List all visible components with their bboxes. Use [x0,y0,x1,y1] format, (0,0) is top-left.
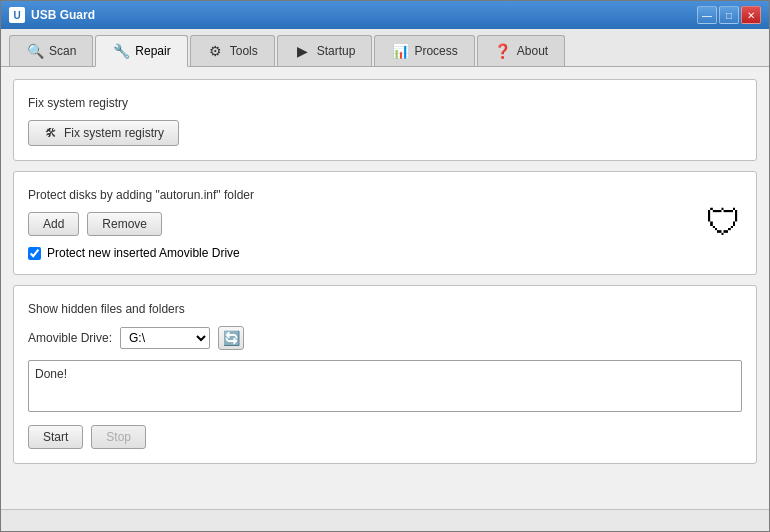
scan-tab-icon: 🔍 [26,42,44,60]
tab-repair[interactable]: 🔧 Repair [95,35,187,67]
tools-tab-label: Tools [230,44,258,58]
scan-tab-label: Scan [49,44,76,58]
main-window: U USB Guard — □ ✕ 🔍 Scan 🔧 Repair ⚙ Tool… [0,0,770,532]
title-bar: U USB Guard — □ ✕ [1,1,769,29]
protect-section-label: Protect disks by adding "autorun.inf" fo… [28,188,742,202]
remove-btn-label: Remove [102,217,147,231]
stop-button[interactable]: Stop [91,425,146,449]
refresh-icon: 🔄 [223,330,240,346]
drive-label: Amovible Drive: [28,331,112,345]
fix-registry-button[interactable]: 🛠 Fix system registry [28,120,179,146]
shield-icon: 🛡 [706,202,742,244]
process-tab-label: Process [414,44,457,58]
fix-registry-btn-label: Fix system registry [64,126,164,140]
registry-btn-icon: 🛠 [43,125,59,141]
window-controls: — □ ✕ [697,6,761,24]
drive-select[interactable]: G:\ C:\ D:\ E:\ F:\ [120,327,210,349]
drive-row: Amovible Drive: G:\ C:\ D:\ E:\ F:\ 🔄 [28,326,742,350]
tab-tools[interactable]: ⚙ Tools [190,35,275,66]
repair-tab-icon: 🔧 [112,42,130,60]
protect-checkbox[interactable] [28,247,41,260]
registry-section: Fix system registry 🛠 Fix system registr… [13,79,757,161]
startup-tab-icon: ▶ [294,42,312,60]
about-tab-icon: ❓ [494,42,512,60]
protect-checkbox-row: Protect new inserted Amovible Drive [28,246,742,260]
startup-tab-label: Startup [317,44,356,58]
process-tab-icon: 📊 [391,42,409,60]
refresh-button[interactable]: 🔄 [218,326,244,350]
add-btn-label: Add [43,217,64,231]
tab-process[interactable]: 📊 Process [374,35,474,66]
close-button[interactable]: ✕ [741,6,761,24]
about-tab-label: About [517,44,548,58]
tab-scan[interactable]: 🔍 Scan [9,35,93,66]
action-btn-row: Start Stop [28,425,742,449]
tab-about[interactable]: ❓ About [477,35,565,66]
main-content: Fix system registry 🛠 Fix system registr… [1,67,769,509]
app-icon: U [9,7,25,23]
title-bar-left: U USB Guard [9,7,95,23]
start-button[interactable]: Start [28,425,83,449]
status-bar [1,509,769,531]
remove-button[interactable]: Remove [87,212,162,236]
repair-tab-label: Repair [135,44,170,58]
protect-checkbox-label: Protect new inserted Amovible Drive [47,246,240,260]
tools-tab-icon: ⚙ [207,42,225,60]
maximize-button[interactable]: □ [719,6,739,24]
stop-btn-label: Stop [106,430,131,444]
hidden-files-label: Show hidden files and folders [28,302,742,316]
output-text[interactable]: Done! [28,360,742,412]
tab-startup[interactable]: ▶ Startup [277,35,373,66]
window-title: USB Guard [31,8,95,22]
tab-bar: 🔍 Scan 🔧 Repair ⚙ Tools ▶ Startup 📊 Proc… [1,29,769,67]
protect-section: Protect disks by adding "autorun.inf" fo… [13,171,757,275]
protect-btn-row: Add Remove [28,212,742,236]
hidden-files-section: Show hidden files and folders Amovible D… [13,285,757,464]
registry-section-label: Fix system registry [28,96,742,110]
add-button[interactable]: Add [28,212,79,236]
minimize-button[interactable]: — [697,6,717,24]
start-btn-label: Start [43,430,68,444]
